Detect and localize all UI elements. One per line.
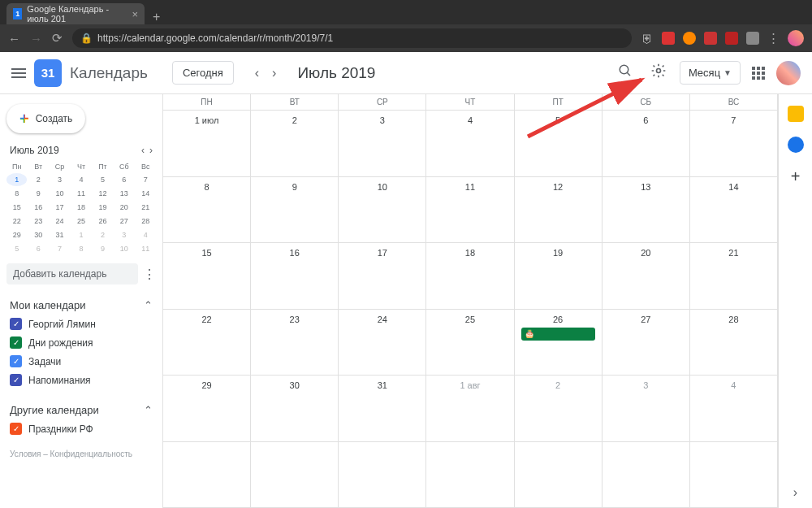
back-button[interactable]: ← bbox=[8, 32, 20, 46]
day-cell[interactable]: 18 bbox=[426, 243, 514, 309]
checkbox-icon[interactable]: ✓ bbox=[10, 336, 22, 349]
browser-tab[interactable]: 1 Google Календарь - июль 201 × bbox=[6, 3, 145, 24]
day-cell[interactable] bbox=[426, 442, 514, 508]
day-cell[interactable]: 26🎂 bbox=[515, 310, 603, 376]
day-cell[interactable]: 9 bbox=[251, 177, 339, 243]
day-cell[interactable]: 29 bbox=[163, 376, 251, 441]
day-cell[interactable] bbox=[251, 442, 339, 508]
extension-icon[interactable] bbox=[683, 32, 696, 45]
day-cell[interactable]: 11 bbox=[426, 177, 514, 243]
mini-day-cell[interactable]: 18 bbox=[71, 201, 91, 214]
mini-day-cell[interactable]: 2 bbox=[28, 173, 48, 186]
mini-day-cell[interactable]: 28 bbox=[136, 215, 156, 228]
calendar-item[interactable]: ✓Напоминания bbox=[6, 371, 156, 389]
shield-icon[interactable]: ⛨ bbox=[641, 32, 654, 46]
mini-day-cell[interactable]: 8 bbox=[6, 187, 27, 200]
gear-icon[interactable] bbox=[646, 58, 672, 88]
day-cell[interactable]: 27 bbox=[603, 310, 690, 376]
next-month-icon[interactable]: › bbox=[269, 63, 279, 84]
mini-day-cell[interactable]: 25 bbox=[71, 215, 91, 228]
mini-next-icon[interactable]: › bbox=[149, 145, 153, 156]
mini-day-cell[interactable]: 9 bbox=[28, 187, 48, 200]
prev-month-icon[interactable]: ‹ bbox=[252, 63, 262, 84]
new-tab-button[interactable]: + bbox=[145, 10, 168, 24]
mini-day-cell[interactable]: 5 bbox=[6, 242, 27, 255]
day-cell[interactable]: 19 bbox=[515, 243, 603, 309]
day-cell[interactable]: 4 bbox=[690, 376, 778, 441]
checkbox-icon[interactable]: ✓ bbox=[10, 423, 22, 435]
address-bar[interactable]: 🔒 https://calendar.google.com/calendar/r… bbox=[72, 28, 632, 48]
mini-day-cell[interactable]: 21 bbox=[136, 201, 156, 214]
mini-day-cell[interactable]: 9 bbox=[93, 242, 113, 255]
search-icon[interactable] bbox=[613, 59, 637, 87]
mini-day-cell[interactable]: 24 bbox=[50, 215, 70, 228]
mini-day-cell[interactable]: 5 bbox=[93, 173, 113, 186]
checkbox-icon[interactable]: ✓ bbox=[10, 318, 22, 330]
tasks-icon[interactable] bbox=[788, 137, 804, 153]
mini-day-cell[interactable]: 3 bbox=[114, 228, 134, 241]
checkbox-icon[interactable]: ✓ bbox=[10, 355, 22, 367]
day-cell[interactable]: 4 bbox=[426, 111, 514, 176]
mini-day-cell[interactable]: 7 bbox=[136, 173, 156, 186]
day-cell[interactable] bbox=[515, 442, 603, 508]
day-cell[interactable]: 1 авг bbox=[426, 376, 514, 441]
mini-day-cell[interactable]: 4 bbox=[71, 173, 91, 186]
day-cell[interactable]: 17 bbox=[339, 243, 426, 309]
more-options-icon[interactable]: ⋮ bbox=[143, 267, 156, 282]
day-cell[interactable]: 20 bbox=[603, 243, 690, 309]
calendar-item[interactable]: ✓Праздники РФ bbox=[6, 419, 156, 438]
reload-button[interactable]: ⟳ bbox=[52, 31, 63, 46]
keep-icon[interactable] bbox=[788, 106, 804, 122]
mini-day-cell[interactable]: 14 bbox=[136, 187, 156, 200]
menu-icon[interactable]: ⋮ bbox=[767, 31, 780, 46]
day-cell[interactable]: 21 bbox=[690, 243, 778, 309]
add-addon-icon[interactable]: + bbox=[791, 167, 801, 186]
day-cell[interactable]: 3 bbox=[339, 111, 426, 176]
mini-day-cell[interactable]: 23 bbox=[28, 215, 48, 228]
other-calendars-header[interactable]: Другие календари ⌃ bbox=[6, 401, 156, 419]
footer-links[interactable]: Условия – Конфиденциальность bbox=[6, 449, 156, 458]
extension-icon[interactable] bbox=[662, 32, 675, 45]
day-cell[interactable]: 31 bbox=[339, 376, 426, 441]
mini-day-cell[interactable]: 1 bbox=[6, 173, 27, 186]
hide-rail-icon[interactable]: › bbox=[793, 485, 797, 500]
mini-day-cell[interactable]: 10 bbox=[114, 242, 134, 255]
mini-day-cell[interactable]: 11 bbox=[71, 187, 91, 200]
tab-close-icon[interactable]: × bbox=[132, 8, 138, 20]
my-calendars-header[interactable]: Мои календари ⌃ bbox=[6, 296, 156, 315]
mini-day-cell[interactable]: 16 bbox=[28, 201, 48, 214]
calendar-item[interactable]: ✓Задачи bbox=[6, 352, 156, 371]
day-cell[interactable] bbox=[163, 442, 251, 508]
mini-day-cell[interactable]: 27 bbox=[114, 215, 134, 228]
user-avatar[interactable] bbox=[776, 61, 801, 85]
day-cell[interactable]: 25 bbox=[426, 310, 514, 376]
day-cell[interactable]: 5 bbox=[515, 111, 603, 176]
day-cell[interactable]: 6 bbox=[603, 111, 690, 176]
mini-day-cell[interactable]: 17 bbox=[50, 201, 70, 214]
mini-prev-icon[interactable]: ‹ bbox=[141, 145, 145, 156]
day-cell[interactable]: 14 bbox=[690, 177, 778, 243]
view-selector[interactable]: Месяц ▼ bbox=[680, 61, 741, 85]
forward-button[interactable]: → bbox=[30, 32, 42, 46]
mini-day-cell[interactable]: 1 bbox=[71, 228, 91, 241]
day-cell[interactable] bbox=[603, 442, 690, 508]
day-cell[interactable]: 3 bbox=[603, 376, 690, 441]
mini-day-cell[interactable]: 29 bbox=[6, 228, 27, 241]
add-calendar-input[interactable]: Добавить календарь bbox=[6, 263, 138, 284]
mini-day-cell[interactable]: 22 bbox=[6, 215, 27, 228]
day-cell[interactable]: 22 bbox=[163, 310, 251, 376]
mini-day-cell[interactable]: 3 bbox=[50, 173, 70, 186]
mini-day-cell[interactable]: 2 bbox=[93, 228, 113, 241]
day-cell[interactable]: 16 bbox=[251, 243, 339, 309]
mini-day-cell[interactable]: 10 bbox=[50, 187, 70, 200]
profile-avatar[interactable] bbox=[788, 30, 804, 46]
checkbox-icon[interactable]: ✓ bbox=[10, 374, 22, 386]
day-cell[interactable]: 30 bbox=[251, 376, 339, 441]
day-cell[interactable] bbox=[339, 442, 426, 508]
day-cell[interactable]: 7 bbox=[690, 111, 778, 176]
day-cell[interactable]: 2 bbox=[515, 376, 603, 441]
day-cell[interactable]: 2 bbox=[251, 111, 339, 176]
create-button[interactable]: + Создать bbox=[6, 104, 85, 133]
day-cell[interactable]: 23 bbox=[251, 310, 339, 376]
extension-icon[interactable] bbox=[725, 32, 738, 45]
